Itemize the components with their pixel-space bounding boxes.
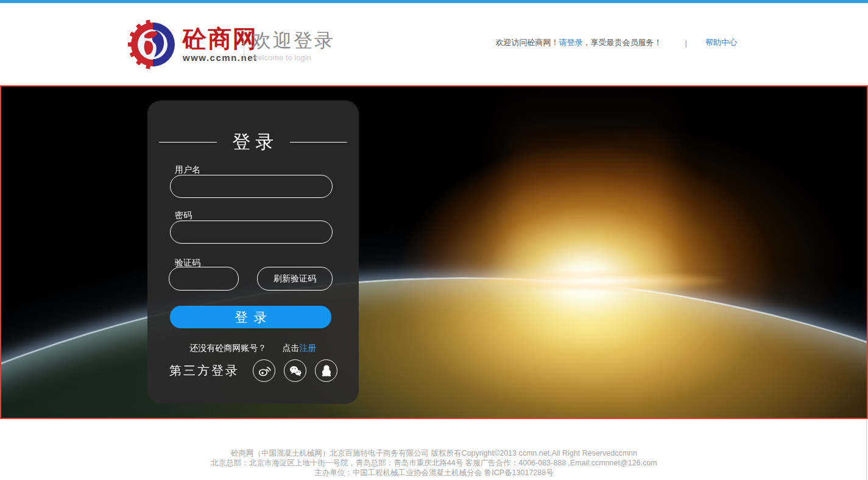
register-link[interactable]: 注册 bbox=[300, 343, 317, 353]
wechat-login-button[interactable] bbox=[284, 359, 306, 382]
click-text: 点击 bbox=[283, 343, 300, 353]
header: 砼商网 www.ccmn.net 欢迎登录 welcome to login 欢… bbox=[0, 3, 868, 85]
captcha-input[interactable] bbox=[169, 267, 239, 291]
password-label: 密码 bbox=[175, 210, 192, 221]
welcome-block: 欢迎登录 welcome to login bbox=[252, 30, 335, 62]
password-input[interactable] bbox=[170, 221, 333, 244]
title-rule-right bbox=[290, 142, 348, 143]
visit-suffix-text: ，享受最贵会员服务！ bbox=[583, 37, 662, 48]
sun-beam bbox=[506, 85, 670, 306]
footer-organizer-line: 主办单位：中国工程机械工业协会混凝土机械分会 鲁ICP备13017288号 bbox=[0, 468, 868, 478]
help-center-link[interactable]: 帮助中心 bbox=[705, 37, 737, 48]
header-links: 欢迎访问砼商网！ 请登录 ，享受最贵会员服务！ | 帮助中心 bbox=[496, 37, 737, 48]
third-party-label: 第三方登录 bbox=[169, 362, 239, 379]
refresh-captcha-button[interactable]: 刷新验证码 bbox=[257, 267, 333, 291]
register-row: 还没有砼商网账号？点击注册 bbox=[147, 343, 359, 354]
username-label: 用户名 bbox=[175, 164, 200, 175]
weibo-login-button[interactable] bbox=[253, 359, 275, 382]
login-panel: 登录 用户名 密码 验证码 刷新验证码 登录 还没有砼商网账号？点击注册 第三方… bbox=[147, 101, 359, 404]
visit-prefix-text: 欢迎访问砼商网！ bbox=[496, 37, 559, 48]
panel-title: 登录 bbox=[233, 130, 279, 155]
title-rule-left bbox=[159, 142, 217, 143]
brand-url: www.ccmn.net bbox=[183, 52, 258, 63]
weibo-icon bbox=[257, 364, 272, 378]
footer: 砼商网（中国混凝土机械网）北京百施特电子商务有限公司 版权所有Copyright… bbox=[0, 448, 868, 478]
panel-title-row: 登录 bbox=[147, 130, 359, 155]
hero-banner: 登录 用户名 密码 验证码 刷新验证码 登录 还没有砼商网账号？点击注册 第三方… bbox=[0, 85, 868, 419]
no-account-text: 还没有砼商网账号？ bbox=[190, 343, 267, 353]
top-accent-bar bbox=[0, 0, 868, 3]
footer-copyright-line: 砼商网（中国混凝土机械网）北京百施特电子商务有限公司 版权所有Copyright… bbox=[0, 448, 868, 458]
username-input[interactable] bbox=[170, 175, 333, 198]
footer-contact-line: 北京总部：北京市海淀区上地十街一号院，青岛总部：青岛市重庆北路44号 客服广告合… bbox=[0, 458, 868, 468]
header-links-divider: | bbox=[685, 38, 687, 48]
welcome-title: 欢迎登录 bbox=[252, 30, 335, 51]
header-divider bbox=[244, 29, 244, 60]
brand-name: 砼商网 bbox=[183, 27, 258, 51]
please-login-link[interactable]: 请登录 bbox=[559, 37, 583, 48]
gear-globe-logo-icon bbox=[128, 19, 178, 69]
qq-login-button[interactable] bbox=[315, 359, 337, 382]
login-button[interactable]: 登录 bbox=[170, 306, 331, 328]
logo[interactable]: 砼商网 www.ccmn.net bbox=[128, 19, 258, 69]
third-party-login-row: 第三方登录 bbox=[169, 359, 346, 382]
wechat-icon bbox=[288, 364, 303, 378]
login-page: 砼商网 www.ccmn.net 欢迎登录 welcome to login 欢… bbox=[0, 0, 868, 480]
brand-block: 砼商网 www.ccmn.net bbox=[183, 27, 258, 63]
qq-penguin-icon bbox=[319, 364, 334, 378]
welcome-subtitle: welcome to login bbox=[252, 53, 335, 62]
